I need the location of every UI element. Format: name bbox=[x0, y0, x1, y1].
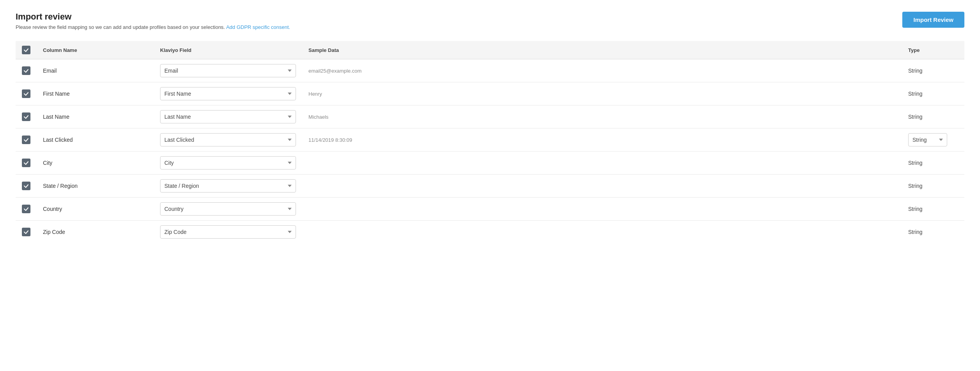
column-name-cell: State / Region bbox=[37, 175, 154, 198]
page-header: Import review Please review the field ma… bbox=[16, 12, 290, 30]
row-checkbox-cell bbox=[16, 175, 37, 198]
table-row: First NameFirst NameHenryString bbox=[16, 82, 964, 105]
row-checkbox[interactable] bbox=[22, 228, 30, 236]
type-cell: String bbox=[902, 152, 964, 175]
page-title: Import review bbox=[16, 12, 290, 22]
table-row: CountryCountryString bbox=[16, 198, 964, 221]
type-label: String bbox=[908, 183, 923, 189]
klaviyo-field-select[interactable]: Last Clicked bbox=[160, 133, 296, 146]
klaviyo-field-select[interactable]: Zip Code bbox=[160, 225, 296, 239]
row-checkbox-cell bbox=[16, 82, 37, 105]
table-row: State / RegionState / RegionString bbox=[16, 175, 964, 198]
sample-data-cell bbox=[302, 152, 902, 175]
type-header: Type bbox=[902, 41, 964, 59]
sample-data-cell: email25@example.com bbox=[302, 59, 902, 82]
type-label: String bbox=[908, 91, 923, 97]
type-select[interactable]: String bbox=[908, 133, 947, 146]
klaviyo-field-select[interactable]: City bbox=[160, 156, 296, 169]
table-row: Last NameLast NameMichaelsString bbox=[16, 105, 964, 128]
column-name-cell: Zip Code bbox=[37, 221, 154, 244]
type-cell: String bbox=[902, 82, 964, 105]
sample-data-cell bbox=[302, 175, 902, 198]
row-checkbox[interactable] bbox=[22, 66, 30, 75]
sample-data-cell: Michaels bbox=[302, 105, 902, 128]
type-label: String bbox=[908, 68, 923, 74]
table-row: Last ClickedLast Clicked11/14/2019 8:30:… bbox=[16, 128, 964, 152]
klaviyo-field-cell: Last Name bbox=[154, 105, 302, 128]
row-checkbox-cell bbox=[16, 128, 37, 152]
row-checkbox[interactable] bbox=[22, 159, 30, 167]
table-row: Zip CodeZip CodeString bbox=[16, 221, 964, 244]
import-review-button[interactable]: Import Review bbox=[902, 12, 964, 28]
column-name-cell: First Name bbox=[37, 82, 154, 105]
row-checkbox-cell bbox=[16, 105, 37, 128]
table-row: CityCityString bbox=[16, 152, 964, 175]
klaviyo-field-select[interactable]: Email bbox=[160, 64, 296, 77]
header-checkbox-cell bbox=[16, 41, 37, 59]
select-all-checkbox[interactable] bbox=[22, 46, 30, 54]
klaviyo-field-cell: State / Region bbox=[154, 175, 302, 198]
klaviyo-field-select[interactable]: First Name bbox=[160, 87, 296, 100]
gdpr-link[interactable]: Add GDPR specific consent. bbox=[226, 24, 290, 30]
klaviyo-field-select[interactable]: Country bbox=[160, 202, 296, 216]
klaviyo-field-cell: First Name bbox=[154, 82, 302, 105]
type-cell: String bbox=[902, 198, 964, 221]
type-label: String bbox=[908, 160, 923, 166]
klaviyo-field-cell: Last Clicked bbox=[154, 128, 302, 152]
type-label: String bbox=[908, 114, 923, 120]
column-name-cell: Last Clicked bbox=[37, 128, 154, 152]
column-name-cell: Last Name bbox=[37, 105, 154, 128]
field-mapping-table: Column Name Klaviyo Field Sample Data Ty… bbox=[16, 41, 964, 243]
type-cell: String bbox=[902, 105, 964, 128]
sample-data-header: Sample Data bbox=[302, 41, 902, 59]
klaviyo-field-select[interactable]: Last Name bbox=[160, 110, 296, 123]
row-checkbox[interactable] bbox=[22, 136, 30, 144]
klaviyo-field-select[interactable]: State / Region bbox=[160, 179, 296, 193]
klaviyo-field-cell: Country bbox=[154, 198, 302, 221]
sample-data-cell bbox=[302, 221, 902, 244]
type-label: String bbox=[908, 206, 923, 212]
type-cell: String bbox=[902, 221, 964, 244]
row-checkbox-cell bbox=[16, 198, 37, 221]
type-cell: String bbox=[902, 128, 964, 152]
row-checkbox[interactable] bbox=[22, 182, 30, 190]
type-cell: String bbox=[902, 59, 964, 82]
row-checkbox[interactable] bbox=[22, 112, 30, 121]
klaviyo-field-header: Klaviyo Field bbox=[154, 41, 302, 59]
column-name-header: Column Name bbox=[37, 41, 154, 59]
row-checkbox-cell bbox=[16, 152, 37, 175]
klaviyo-field-cell: City bbox=[154, 152, 302, 175]
page-description: Please review the field mapping so we ca… bbox=[16, 24, 290, 30]
type-cell: String bbox=[902, 175, 964, 198]
column-name-cell: City bbox=[37, 152, 154, 175]
klaviyo-field-cell: Zip Code bbox=[154, 221, 302, 244]
table-row: EmailEmailemail25@example.comString bbox=[16, 59, 964, 82]
row-checkbox[interactable] bbox=[22, 89, 30, 98]
sample-data-cell bbox=[302, 198, 902, 221]
row-checkbox-cell bbox=[16, 59, 37, 82]
klaviyo-field-cell: Email bbox=[154, 59, 302, 82]
type-label: String bbox=[908, 229, 923, 235]
row-checkbox[interactable] bbox=[22, 205, 30, 213]
column-name-cell: Country bbox=[37, 198, 154, 221]
row-checkbox-cell bbox=[16, 221, 37, 244]
sample-data-cell: Henry bbox=[302, 82, 902, 105]
sample-data-cell: 11/14/2019 8:30:09 bbox=[302, 128, 902, 152]
column-name-cell: Email bbox=[37, 59, 154, 82]
